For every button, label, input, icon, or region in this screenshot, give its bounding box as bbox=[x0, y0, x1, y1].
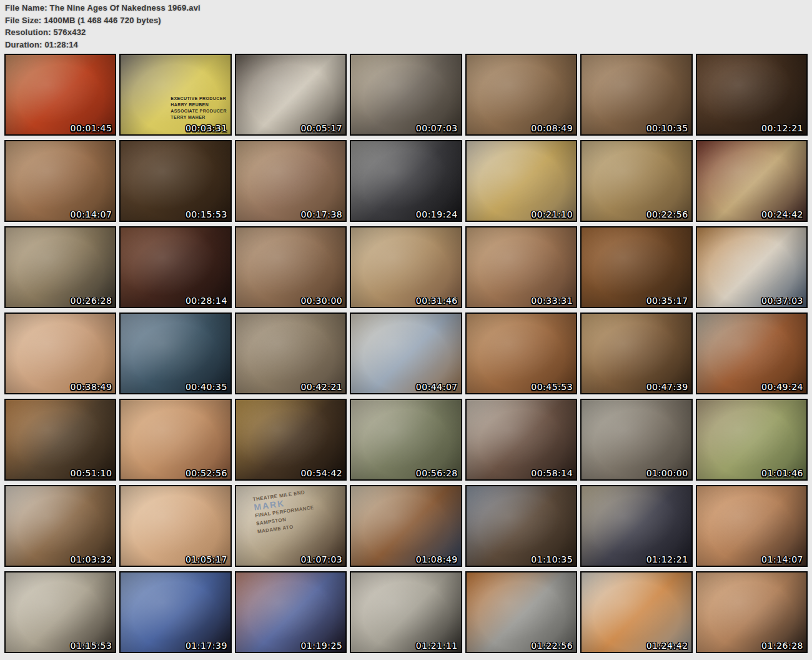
thumbnail-cell: 01:22:56 bbox=[465, 571, 577, 653]
timestamp-overlay: 01:26:28 bbox=[761, 641, 803, 651]
thumbnail-overlay-text-line: ASSOCIATE PRODUCER bbox=[171, 108, 227, 114]
thumbnail-cell: 00:51:10 bbox=[4, 399, 116, 481]
thumbnail-cell: 00:17:38 bbox=[235, 140, 347, 222]
timestamp-overlay: 00:28:14 bbox=[186, 296, 227, 306]
thumbnail-cell: 00:07:03 bbox=[350, 54, 462, 136]
timestamp-overlay: 01:22:56 bbox=[531, 641, 573, 651]
timestamp-overlay: 01:19:25 bbox=[300, 641, 342, 651]
thumbnail-cell: 01:14:07 bbox=[696, 485, 808, 567]
thumbnail-cell: 00:28:14 bbox=[119, 226, 231, 308]
timestamp-overlay: 00:21:10 bbox=[531, 209, 573, 219]
thumbnail-cell: 00:15:53 bbox=[119, 140, 231, 222]
thumbnail-overlay-text: THEATRE MILE ENDMARKFINAL PERFORMANCESAM… bbox=[252, 488, 317, 536]
timestamp-overlay: 00:38:49 bbox=[71, 382, 112, 392]
thumbnail-cell: 00:24:42 bbox=[696, 140, 808, 222]
thumbnail-cell: 00:38:49 bbox=[4, 312, 116, 394]
thumbnail-cell: 00:44:07 bbox=[350, 312, 462, 394]
thumbnail-cell: 00:10:35 bbox=[580, 54, 692, 136]
timestamp-overlay: 00:14:07 bbox=[71, 209, 112, 219]
thumbnail-cell: 00:33:31 bbox=[465, 226, 577, 308]
thumbnail-cell: 00:56:28 bbox=[350, 399, 462, 481]
timestamp-overlay: 00:19:24 bbox=[416, 209, 458, 219]
thumbnail-overlay-text-line: TERRY MAHER bbox=[171, 114, 227, 121]
thumbnail-cell: 00:01:45 bbox=[4, 54, 116, 136]
timestamp-overlay: 00:24:42 bbox=[761, 209, 803, 219]
timestamp-overlay: 01:07:03 bbox=[300, 554, 342, 564]
thumbnail-cell: 00:54:42 bbox=[235, 399, 347, 481]
timestamp-overlay: 01:14:07 bbox=[761, 554, 803, 564]
resolution-line: Resolution: 576x432 bbox=[5, 26, 201, 39]
timestamp-overlay: 00:03:31 bbox=[186, 123, 227, 133]
timestamp-overlay: 00:33:31 bbox=[531, 296, 573, 306]
timestamp-overlay: 01:05:17 bbox=[186, 554, 227, 564]
timestamp-overlay: 01:21:11 bbox=[416, 641, 458, 651]
file-info-header: File Name: The Nine Ages Of Nakedness 19… bbox=[5, 2, 201, 51]
timestamp-overlay: 01:17:39 bbox=[186, 641, 227, 651]
file-name-line: File Name: The Nine Ages Of Nakedness 19… bbox=[5, 2, 201, 14]
timestamp-overlay: 00:12:21 bbox=[761, 123, 803, 133]
timestamp-overlay: 00:37:03 bbox=[761, 296, 803, 306]
thumbnail-cell: 01:17:39 bbox=[119, 571, 231, 653]
thumbnail-cell: 00:45:53 bbox=[465, 312, 577, 394]
thumbnail-cell: 00:31:46 bbox=[350, 226, 462, 308]
timestamp-overlay: 00:58:14 bbox=[531, 468, 573, 478]
thumbnail-cell: 00:26:28 bbox=[4, 226, 116, 308]
thumbnail-grid: 00:01:45EXECUTIVE PRODUCERHARRY REUBENAS… bbox=[4, 54, 808, 653]
thumbnail-cell: 01:01:46 bbox=[696, 399, 808, 481]
thumbnail-cell: 00:52:56 bbox=[119, 399, 231, 481]
timestamp-overlay: 00:31:46 bbox=[416, 296, 458, 306]
thumbnail-cell: 00:30:00 bbox=[235, 226, 347, 308]
timestamp-overlay: 00:52:56 bbox=[186, 468, 227, 478]
thumbnail-cell: 01:00:00 bbox=[580, 399, 692, 481]
timestamp-overlay: 01:15:53 bbox=[71, 641, 112, 651]
timestamp-overlay: 00:01:45 bbox=[71, 123, 112, 133]
thumbnail-cell: 00:14:07 bbox=[4, 140, 116, 222]
thumbnail-cell: 00:49:24 bbox=[696, 312, 808, 394]
timestamp-overlay: 00:54:42 bbox=[300, 468, 342, 478]
duration-line: Duration: 01:28:14 bbox=[5, 39, 201, 51]
timestamp-overlay: 01:08:49 bbox=[416, 554, 458, 564]
timestamp-overlay: 00:07:03 bbox=[416, 123, 458, 133]
thumbnail-cell: 00:42:21 bbox=[235, 312, 347, 394]
timestamp-overlay: 01:24:42 bbox=[646, 641, 688, 651]
timestamp-overlay: 00:47:39 bbox=[646, 382, 688, 392]
timestamp-overlay: 01:01:46 bbox=[761, 468, 803, 478]
timestamp-overlay: 00:44:07 bbox=[416, 382, 458, 392]
thumbnail-overlay-text: EXECUTIVE PRODUCERHARRY REUBENASSOCIATE … bbox=[171, 96, 227, 121]
timestamp-overlay: 00:30:00 bbox=[300, 296, 342, 306]
thumbnail-cell: 01:15:53 bbox=[4, 571, 116, 653]
timestamp-overlay: 01:00:00 bbox=[646, 468, 688, 478]
timestamp-overlay: 00:05:17 bbox=[300, 123, 342, 133]
thumbnail-cell: 01:12:21 bbox=[580, 485, 692, 567]
thumbnail-cell: 00:40:35 bbox=[119, 312, 231, 394]
thumbnail-cell: 00:08:49 bbox=[465, 54, 577, 136]
thumbnail-overlay-text-line: HARRY REUBEN bbox=[171, 102, 227, 108]
thumbnail-cell: 00:47:39 bbox=[580, 312, 692, 394]
timestamp-overlay: 00:40:35 bbox=[186, 382, 227, 392]
thumbnail-cell: 00:58:14 bbox=[465, 399, 577, 481]
timestamp-overlay: 00:35:17 bbox=[646, 296, 688, 306]
timestamp-overlay: 00:15:53 bbox=[186, 209, 227, 219]
thumbnail-cell: 01:03:32 bbox=[4, 485, 116, 567]
thumbnail-cell: 01:19:25 bbox=[235, 571, 347, 653]
timestamp-overlay: 00:56:28 bbox=[416, 468, 458, 478]
thumbnail-cell: 00:21:10 bbox=[465, 140, 577, 222]
thumbnail-cell: 00:19:24 bbox=[350, 140, 462, 222]
thumbnail-cell: 01:05:17 bbox=[119, 485, 231, 567]
thumbnail-cell: 00:12:21 bbox=[696, 54, 808, 136]
thumbnail-cell: 00:05:17 bbox=[235, 54, 347, 136]
thumbnail-cell: 01:10:35 bbox=[465, 485, 577, 567]
timestamp-overlay: 00:08:49 bbox=[531, 123, 573, 133]
thumbnail-cell: 00:35:17 bbox=[580, 226, 692, 308]
timestamp-overlay: 01:12:21 bbox=[646, 554, 688, 564]
timestamp-overlay: 00:17:38 bbox=[300, 209, 342, 219]
thumbnail-cell: EXECUTIVE PRODUCERHARRY REUBENASSOCIATE … bbox=[119, 54, 231, 136]
thumbnail-cell: 01:08:49 bbox=[350, 485, 462, 567]
timestamp-overlay: 00:26:28 bbox=[71, 296, 112, 306]
timestamp-overlay: 00:42:21 bbox=[300, 382, 342, 392]
thumbnail-cell: 00:37:03 bbox=[696, 226, 808, 308]
timestamp-overlay: 00:10:35 bbox=[646, 123, 688, 133]
thumbnail-cell: 00:22:56 bbox=[580, 140, 692, 222]
thumbnail-overlay-text-line: EXECUTIVE PRODUCER bbox=[171, 96, 227, 102]
timestamp-overlay: 01:03:32 bbox=[71, 554, 112, 564]
